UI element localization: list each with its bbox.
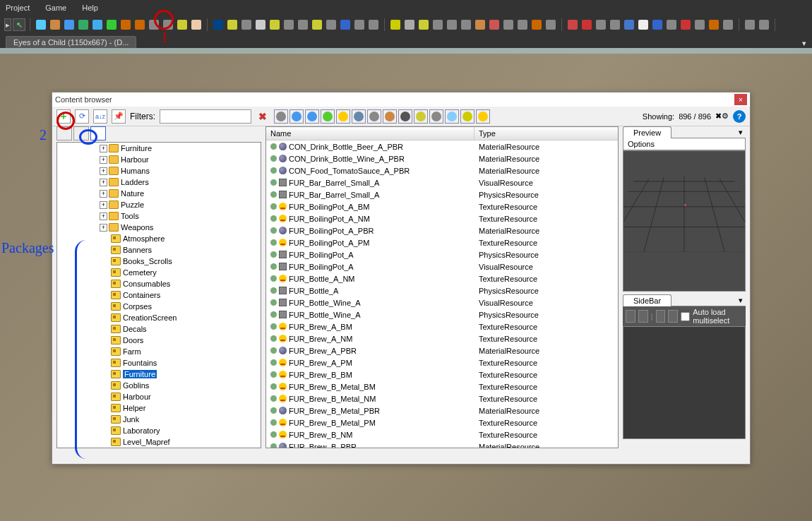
filter-icon-3[interactable] bbox=[321, 109, 335, 124]
tree-package[interactable]: Farm bbox=[57, 346, 261, 357]
help-icon[interactable]: ? bbox=[733, 110, 746, 123]
tree-folder[interactable]: + Ladders bbox=[57, 176, 261, 188]
toolbar-icon-33[interactable] bbox=[516, 18, 529, 31]
auto-load-checkbox[interactable]: Auto load multiselect bbox=[681, 308, 743, 325]
toolbar-icon-5[interactable] bbox=[105, 18, 118, 31]
expand-icon[interactable]: + bbox=[100, 190, 107, 198]
filter-icon-7[interactable] bbox=[383, 109, 397, 124]
toolbar-icon-17[interactable] bbox=[282, 18, 295, 31]
sidebar-button-3[interactable] bbox=[656, 310, 666, 323]
preview-tab[interactable]: Preview bbox=[623, 126, 671, 138]
sidebar-button-1[interactable] bbox=[626, 310, 635, 323]
list-row[interactable]: FUR_Brew_B_BM TextureResource bbox=[266, 369, 618, 381]
toolbar-icon-43[interactable] bbox=[665, 18, 678, 31]
list-row[interactable]: CON_Drink_Bottle_Beer_A_PBR MaterialReso… bbox=[266, 140, 618, 152]
toolbar-icon-39[interactable] bbox=[609, 18, 621, 31]
expand-icon[interactable]: + bbox=[100, 179, 107, 186]
toolbar-icon-32[interactable] bbox=[502, 18, 515, 31]
toolbar-icon-7[interactable] bbox=[133, 18, 146, 31]
expand-icon[interactable]: + bbox=[100, 201, 107, 209]
document-tab[interactable]: Eyes of a Child (1150x667) - (D... bbox=[6, 36, 136, 48]
toolbar-icon-24[interactable] bbox=[389, 18, 402, 31]
list-row[interactable]: FUR_Bottle_Wine_A VisualResource bbox=[266, 297, 618, 309]
sidebar-button-4[interactable] bbox=[668, 310, 678, 323]
list-row[interactable]: FUR_BoilingPot_A VisualResource bbox=[266, 260, 618, 273]
expand-icon[interactable]: + bbox=[100, 167, 107, 175]
list-row[interactable]: FUR_Brew_A_NM TextureResource bbox=[266, 333, 618, 345]
list-row[interactable]: CON_Drink_Bottle_Wine_A_PBR MaterialReso… bbox=[266, 152, 618, 164]
tree-package[interactable]: Books_Scrolls bbox=[57, 256, 261, 267]
toolbar-icon-40[interactable] bbox=[623, 18, 635, 31]
toolbar-icon-21[interactable] bbox=[339, 18, 352, 31]
tree-package[interactable]: CreationScreen bbox=[57, 312, 261, 323]
list-row[interactable]: FUR_Bar_Barrel_Small_A PhysicsResource bbox=[266, 188, 618, 200]
tree-package[interactable]: Goblins bbox=[57, 380, 261, 391]
tree-package[interactable]: Level_Mapref bbox=[57, 436, 261, 448]
tree-folder[interactable]: + Humans bbox=[57, 165, 261, 176]
toolbar-icon-25[interactable] bbox=[403, 18, 416, 31]
create-package-button[interactable]: ＋ bbox=[56, 109, 71, 124]
toolbar-icon-36[interactable] bbox=[566, 18, 579, 31]
menu-game[interactable]: Game bbox=[42, 2, 69, 13]
expand-icon[interactable]: + bbox=[100, 156, 107, 164]
filter-icon-4[interactable] bbox=[336, 109, 350, 124]
filter-icon-10[interactable] bbox=[429, 109, 443, 124]
tabstrip-dropdown[interactable]: ▾ bbox=[796, 39, 812, 48]
toolbar-icon-27[interactable] bbox=[431, 18, 444, 31]
toolbar-icon-45[interactable] bbox=[693, 18, 706, 31]
preview-dropdown-icon[interactable]: ▾ bbox=[736, 126, 746, 138]
tree-package[interactable]: Junk bbox=[57, 414, 261, 425]
toolbar-icon-1[interactable] bbox=[49, 18, 61, 31]
list-row[interactable]: FUR_Brew_A_BM TextureResource bbox=[266, 321, 618, 333]
toolbar-icon-49[interactable] bbox=[758, 18, 770, 31]
toolbar-icon-37[interactable] bbox=[580, 18, 593, 31]
wrench-icon[interactable]: ✖⚙ bbox=[715, 112, 729, 121]
tree-button-3[interactable] bbox=[90, 126, 106, 140]
list-row[interactable]: FUR_Brew_A_PM TextureResource bbox=[266, 357, 618, 369]
filter-icon-1[interactable] bbox=[289, 109, 304, 124]
tree-button-2[interactable] bbox=[73, 126, 89, 140]
filter-icon-2[interactable] bbox=[305, 109, 319, 124]
toolbar-icon-19[interactable] bbox=[311, 18, 323, 31]
toolbar-icon-29[interactable] bbox=[460, 18, 472, 31]
toolbar-icon-0[interactable] bbox=[35, 18, 47, 31]
toolbar-icon-30[interactable] bbox=[474, 18, 486, 31]
tree-folder[interactable]: + Weapons bbox=[57, 222, 261, 233]
toolbar-icon-9[interactable] bbox=[162, 18, 174, 31]
list-row[interactable]: FUR_Brew_B_Metal_NM TextureResource bbox=[266, 393, 618, 405]
tree-package[interactable]: Containers bbox=[57, 289, 261, 301]
toolbar-icon-2[interactable] bbox=[63, 18, 76, 31]
list-row[interactable]: FUR_Brew_B_PBR MaterialResource bbox=[266, 441, 618, 448]
toolbar-icon-11[interactable] bbox=[190, 18, 203, 31]
toolbar-icon-47[interactable] bbox=[722, 18, 734, 31]
close-button[interactable]: × bbox=[734, 94, 747, 105]
toolbar-icon-26[interactable] bbox=[417, 18, 430, 31]
toolbar-icon-41[interactable] bbox=[637, 18, 650, 31]
folder-tree[interactable]: + Furniture + Harbour + Humans + Ladders… bbox=[56, 142, 261, 448]
tree-package[interactable]: Atmosphere bbox=[57, 233, 261, 244]
toolbar-icon-35[interactable] bbox=[544, 18, 557, 31]
list-row[interactable]: FUR_BoilingPot_A PhysicsResource bbox=[266, 248, 618, 260]
tree-package[interactable]: Laboratory bbox=[57, 425, 261, 436]
tree-package[interactable]: Corpses bbox=[57, 301, 261, 312]
filters-input[interactable] bbox=[160, 109, 251, 124]
tree-package[interactable]: Decals bbox=[57, 323, 261, 335]
filter-icon-12[interactable] bbox=[460, 109, 474, 124]
refresh-button[interactable]: ⟳ bbox=[75, 109, 89, 124]
filter-icon-6[interactable] bbox=[367, 109, 381, 124]
toolbar-icon-18[interactable] bbox=[297, 18, 309, 31]
list-row[interactable]: FUR_Brew_B_Metal_PBR MaterialResource bbox=[266, 405, 618, 417]
select-tool-icon[interactable]: ↖ bbox=[13, 18, 25, 31]
toolbar-icon-44[interactable] bbox=[679, 18, 692, 31]
list-row[interactable]: FUR_Bottle_A PhysicsResource bbox=[266, 285, 618, 297]
options-bar[interactable]: Options bbox=[623, 138, 746, 150]
dropdown-icon[interactable]: ▸ bbox=[4, 18, 11, 31]
toolbar-icon-4[interactable] bbox=[91, 18, 104, 31]
toolbar-icon-14[interactable] bbox=[240, 18, 253, 31]
sidebar-content[interactable] bbox=[623, 326, 746, 439]
filter-icon-9[interactable] bbox=[414, 109, 428, 124]
toolbar-icon-22[interactable] bbox=[353, 18, 366, 31]
tree-button-1[interactable] bbox=[56, 126, 72, 140]
tree-package[interactable]: Harbour bbox=[57, 391, 261, 402]
toolbar-icon-23[interactable] bbox=[367, 18, 380, 31]
